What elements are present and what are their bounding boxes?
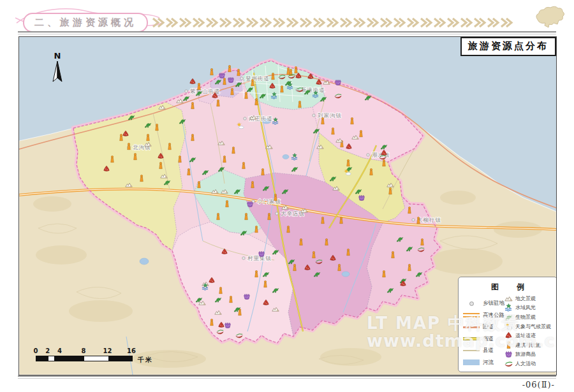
poi-jz-icon [217, 99, 220, 106]
poi-jz-icon [383, 270, 386, 277]
scale-segment [54, 356, 60, 361]
legend-item-label: 生物景观 [515, 314, 536, 321]
poi-jz-icon [128, 143, 131, 149]
poi-jz-icon [140, 175, 144, 181]
poi-jz-icon [274, 194, 277, 200]
poi-jz-icon [210, 68, 214, 75]
legend-item-label: 国道 [483, 323, 494, 331]
chevron-icon [393, 17, 406, 28]
scale-segment [61, 356, 85, 361]
town-seat-marker [276, 212, 278, 215]
chevron-row [152, 17, 513, 28]
poi-jz-icon [159, 162, 163, 168]
legend-box: 图 例 乡镇驻地高速公路国道省道县道河流 地文景观水域风光生物景观天象与气候景观… [458, 277, 557, 372]
poi-jz-icon [198, 83, 201, 89]
legend-item-label: 县道 [483, 347, 494, 354]
section-title-text: 二、旅游资源概况 [34, 17, 136, 29]
legend-item-label: 省道 [483, 335, 494, 343]
scale-bar-unit: 千米 [138, 356, 153, 365]
chevron-icon [433, 17, 446, 28]
poi-jz-icon [272, 73, 275, 79]
poi-jz-icon [219, 287, 223, 293]
legend-item-town: 乡镇驻地 [463, 298, 504, 310]
legend-dw-icon [504, 294, 513, 303]
poi-jz-icon [408, 264, 411, 270]
scale-segment [36, 356, 48, 361]
poi-jz-icon [230, 296, 233, 302]
section-title: 二、旅游资源概况 [23, 13, 148, 33]
poi-sp-icon [335, 80, 341, 85]
legend-item-label: 高速公路 [483, 312, 504, 319]
north-label: N [45, 51, 70, 61]
scale-tick-label: 2 [45, 347, 50, 354]
chevron-icon [165, 17, 179, 28]
scale-segment [84, 356, 108, 361]
legend-item-provincial: 省道 [463, 333, 504, 345]
chevron-icon [232, 17, 246, 28]
poi-jz-icon [245, 213, 248, 219]
poi-jz-icon [217, 213, 220, 219]
legend-sw-icon [504, 313, 513, 321]
poi-jz-icon [147, 134, 150, 140]
poi-jz-icon [251, 181, 254, 187]
poi-jz-icon [245, 92, 248, 98]
poi-jz-icon [191, 134, 195, 140]
chevron-icon [246, 17, 259, 28]
poi-jz-icon [188, 168, 191, 175]
chevron-icon [353, 17, 366, 28]
poi-jz-icon [293, 264, 297, 270]
poi-jz-icon [347, 249, 350, 255]
legend-yz-icon [504, 331, 513, 340]
poi-jz-icon [179, 156, 182, 162]
poi-jz-icon [360, 130, 363, 136]
north-arrow: N [45, 51, 70, 86]
header-rule [18, 31, 556, 33]
town-name: 潮水镇 [372, 152, 390, 158]
legend-item-county: 县道 [463, 345, 504, 357]
north-arrow-icon [52, 61, 63, 83]
town-name: 大辛店镇 [281, 210, 305, 217]
chevron-icon [406, 17, 420, 28]
town-name: 新港街道 [301, 87, 325, 93]
provincial-road-symbol [463, 337, 480, 340]
legend-item-jz: 建筑与设施 [504, 340, 556, 350]
town-seat-symbol [463, 301, 480, 306]
chevron-icon [286, 17, 299, 28]
poi-jz-icon [223, 156, 226, 162]
poi-jz-icon [340, 217, 343, 223]
poi-jz-icon [264, 280, 267, 287]
poi-jz-icon [351, 117, 354, 124]
legend-item-label: 乡镇驻地 [483, 300, 504, 307]
poi-jz-icon [156, 124, 159, 130]
town-name: 刘家沟镇 [317, 112, 342, 119]
legend-item-label: 河流 [483, 359, 494, 367]
poi-sp-icon [225, 323, 231, 328]
map-plate: 登州街道紫荆山街道新港街道刘家沟镇南王街道北沟镇潮水镇小门家镇大辛店镇大柳行镇村… [18, 36, 557, 375]
chevron-icon [179, 17, 192, 28]
legend-item-sw: 生物景观 [504, 312, 556, 322]
poi-jz-icon [370, 168, 373, 175]
chevron-icon [420, 17, 433, 28]
town-seat-marker [185, 90, 188, 92]
chevron-icon [473, 17, 487, 28]
scale-tick-label: 0 [34, 347, 38, 354]
chevron-icon [299, 17, 313, 28]
chevron-icon [326, 17, 339, 28]
town-seat-marker [244, 117, 246, 120]
page-number: -06(Ⅱ)- [522, 380, 555, 389]
scale-bar: 02481216 千米 [36, 347, 163, 361]
legend-item-dw: 地文景观 [504, 294, 556, 303]
legend-item-label: 遗址遗迹 [515, 332, 536, 339]
chevron-icon [487, 17, 500, 28]
poi-jz-icon [223, 78, 226, 84]
legend-item-sp: 旅游商品 [504, 350, 556, 359]
legend-item-yz: 遗址遗迹 [504, 331, 556, 340]
chevron-icon [259, 17, 272, 28]
poi-jz-icon [231, 88, 234, 94]
poi-jz-icon [417, 217, 420, 223]
poi-sp-icon [359, 195, 365, 200]
national-road-symbol [463, 326, 480, 328]
legend-sp-icon [504, 350, 513, 358]
town-seat-marker [412, 219, 415, 221]
legend-item-label: 人文活动 [515, 360, 536, 367]
